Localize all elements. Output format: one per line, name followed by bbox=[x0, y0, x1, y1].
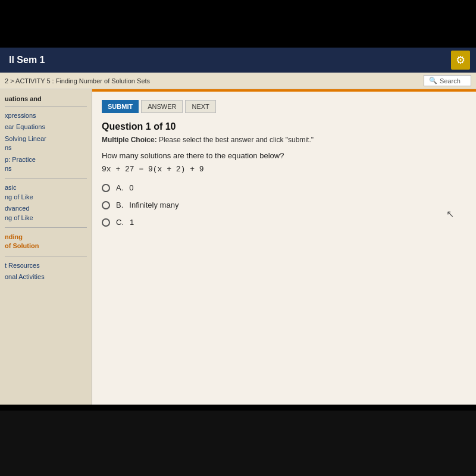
answer-button[interactable]: ANSWER bbox=[141, 100, 183, 113]
sidebar-divider-3 bbox=[5, 227, 87, 228]
search-label: Search bbox=[440, 77, 461, 84]
app-header: ll Sem 1 ⚙ bbox=[0, 48, 476, 73]
option-a-value: 0 bbox=[129, 183, 133, 192]
toolbar: SUBMIT ANSWER NEXT bbox=[102, 100, 466, 113]
search-icon: 🔍 bbox=[429, 77, 437, 84]
sidebar-item-advanced-like[interactable]: dvancedng of Like bbox=[5, 203, 87, 224]
question-title: Question 1 of 10 bbox=[102, 121, 466, 132]
answer-option-b[interactable]: B. Infinitely many bbox=[102, 201, 466, 209]
black-top-frame bbox=[0, 0, 476, 48]
answer-option-c[interactable]: C. 1 bbox=[102, 218, 466, 227]
app-icon: ⚙ bbox=[451, 51, 470, 70]
sidebar-item-basic-like[interactable]: asicng of Like bbox=[5, 182, 87, 203]
breadcrumb: 2 > ACTIVITY 5 : Finding Number of Solut… bbox=[5, 77, 424, 84]
sidebar-item-activities[interactable]: onal Activities bbox=[5, 271, 87, 283]
sidebar-item-solution[interactable]: ndingof Solution bbox=[5, 231, 87, 252]
cursor-indicator: ↖ bbox=[446, 208, 452, 218]
main-content: uations and xpressions ear Equations Sol… bbox=[0, 89, 476, 405]
option-a-label: A. bbox=[116, 183, 123, 192]
submit-button[interactable]: SUBMIT bbox=[102, 100, 139, 113]
sidebar-item-linear-equations[interactable]: ear Equations bbox=[5, 121, 87, 133]
instruction-bold: Multiple Choice: bbox=[102, 136, 157, 144]
option-b-label: B. bbox=[116, 201, 123, 209]
instruction-rest: Please select the best answer and click … bbox=[157, 136, 314, 144]
sidebar-item-resources[interactable]: t Resources bbox=[5, 260, 87, 271]
sidebar-item-solving-linear[interactable]: Solving Linearns bbox=[5, 133, 87, 154]
app-icon-symbol: ⚙ bbox=[456, 54, 465, 67]
sidebar: uations and xpressions ear Equations Sol… bbox=[0, 89, 92, 405]
radio-b[interactable] bbox=[102, 201, 110, 209]
option-c-label: C. bbox=[116, 218, 124, 227]
radio-c[interactable] bbox=[102, 218, 110, 227]
search-box[interactable]: 🔍 Search bbox=[424, 75, 471, 86]
option-b-value: Infinitely many bbox=[129, 201, 178, 209]
next-button[interactable]: NEXT bbox=[185, 100, 215, 113]
sidebar-divider-1 bbox=[5, 106, 87, 107]
black-bottom-frame bbox=[0, 411, 476, 476]
sidebar-divider-2 bbox=[5, 178, 87, 178]
sidebar-divider-4 bbox=[5, 256, 87, 256]
breadcrumb-bar: 2 > ACTIVITY 5 : Finding Number of Solut… bbox=[0, 73, 476, 89]
sidebar-section-title: uations and bbox=[5, 95, 87, 102]
app-title: ll Sem 1 bbox=[9, 55, 45, 65]
sidebar-item-expressions[interactable]: xpressions bbox=[5, 110, 87, 121]
equation: 9x + 27 = 9(x + 2) + 9 bbox=[102, 165, 466, 174]
option-c-value: 1 bbox=[130, 218, 134, 227]
content-panel: SUBMIT ANSWER NEXT Question 1 of 10 Mult… bbox=[92, 89, 476, 405]
radio-a[interactable] bbox=[102, 184, 110, 192]
question-text: How many solutions are there to the equa… bbox=[102, 151, 466, 160]
question-instruction: Multiple Choice: Please select the best … bbox=[102, 136, 466, 144]
answer-option-a[interactable]: A. 0 bbox=[102, 183, 466, 192]
sidebar-item-practice[interactable]: p: Practicens bbox=[5, 154, 87, 175]
